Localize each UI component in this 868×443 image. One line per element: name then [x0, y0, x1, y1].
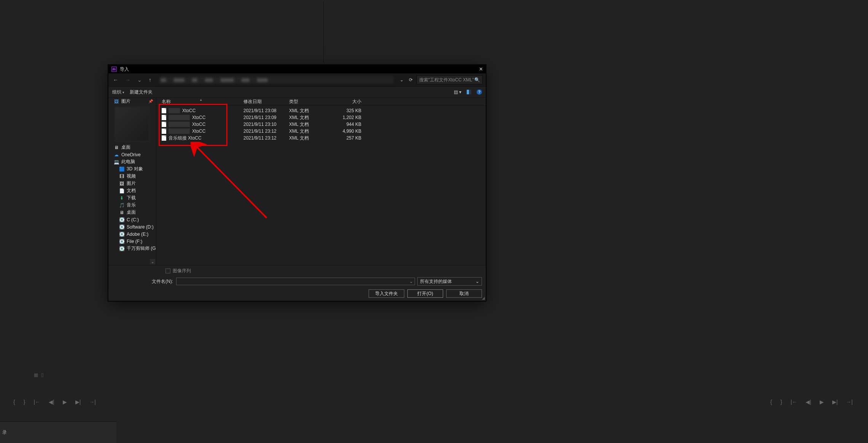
path-dropdown-icon[interactable]: ⌄ [400, 77, 404, 83]
recent-dropdown-icon[interactable]: ⌄ [136, 76, 143, 84]
column-date[interactable]: 修改日期 [243, 98, 289, 105]
column-size[interactable]: 大小 [327, 98, 367, 105]
search-icon[interactable]: 🔍 [474, 77, 480, 83]
filename-dropdown-icon[interactable]: ⌄ [409, 279, 413, 284]
file-row[interactable]: XtoCC2021/9/11 23:12XML 文档4,990 KB [156, 128, 486, 135]
up-button[interactable]: ↑ [147, 76, 153, 84]
view-mode-button[interactable]: ▤ ▾ [454, 89, 461, 95]
file-list[interactable]: XtoCC2021/9/11 23:08XML 文档325 KB XtoCC20… [156, 106, 486, 265]
sidebar-item[interactable]: 💽千万剪辑师 (G:) [108, 245, 156, 252]
sidebar-item[interactable]: 📄文档 [108, 187, 156, 194]
transport-controls-left: { } |← ◀| ▶ ▶| →| [13, 399, 96, 405]
file-name-cell: XtoCC [156, 122, 243, 127]
resize-grip-icon[interactable]: ◢ [482, 296, 485, 300]
forward-button[interactable]: → [124, 76, 132, 84]
file-size-cell: 944 KB [327, 122, 367, 127]
sidebar-item-label: C (C:) [127, 217, 139, 222]
search-input[interactable]: 搜索"工程文件XtoCC XML" 🔍 [417, 75, 483, 84]
sidebar-item[interactable]: 🟦3D 对象 [108, 165, 156, 173]
play-button[interactable]: ▶ [63, 399, 67, 405]
sidebar-item[interactable]: 💽Software (D:) [108, 223, 156, 230]
sidebar-item-label: 此电脑 [121, 159, 135, 165]
sidebar-item-pictures-pinned[interactable]: 🖼 图片 📌 [108, 98, 156, 105]
sidebar-item-label: 图片 [127, 180, 136, 187]
go-to-in-button[interactable]: |← [790, 399, 797, 405]
sidebar-navigation[interactable]: 🖼 图片 📌 🖥桌面☁OneDrive💻此电脑🟦3D 对象🎞视频🖼图片📄文档⬇下… [108, 98, 156, 265]
sidebar-item-icon: 💽 [119, 217, 124, 222]
sidebar-item[interactable]: 🎵音乐 [108, 202, 156, 209]
sidebar-item[interactable]: 💽C (C:) [108, 216, 156, 223]
sidebar-scroll-down[interactable]: ⌄ [150, 259, 155, 264]
file-row[interactable]: XtoCC2021/9/11 23:08XML 文档325 KB [156, 107, 486, 114]
file-icon [162, 115, 166, 120]
panel-divider [323, 1, 324, 63]
path-breadcrumb[interactable]: ▮▮▮▮▮▮▮▮▮▮▮▮▮▮▮▮▮▮▮▮▮▮▮ [158, 75, 394, 84]
column-label: 名称 [162, 99, 171, 104]
sidebar-item-label: 文档 [127, 187, 136, 194]
sidebar-item-label: 图片 [121, 98, 130, 105]
dialog-titlebar: Pr 导入 × [108, 65, 486, 73]
file-row[interactable]: XtoCC2021/9/11 23:09XML 文档1,202 KB [156, 114, 486, 121]
sidebar-item[interactable]: 🎞视频 [108, 173, 156, 180]
file-name-cell: 音乐组接 XtoCC [156, 135, 243, 141]
sidebar-item-icon: 💽 [119, 246, 124, 251]
dialog-bottom-panel: 图像序列 文件名(N): ⌄ 所有支持的媒体 ⌄ 导入文件夹 打开(O) 取消 … [108, 265, 486, 301]
refresh-button[interactable]: ⟳ [409, 77, 413, 83]
play-button[interactable]: ▶ [820, 399, 824, 405]
sidebar-item-label: 下载 [127, 195, 136, 201]
sidebar-item[interactable]: 💽Adobe (E:) [108, 230, 156, 238]
open-button[interactable]: 打开(O) [407, 289, 443, 298]
sidebar-item-icon: 💽 [119, 239, 124, 244]
import-folder-button[interactable]: 导入文件夹 [369, 289, 404, 298]
file-type-filter[interactable]: 所有支持的媒体 ⌄ [417, 277, 482, 286]
sidebar-item-icon: 🖼 [119, 181, 124, 186]
sidebar-item[interactable]: 💻此电脑 [108, 158, 156, 165]
step-forward-button[interactable]: ▶| [832, 399, 838, 405]
mark-in-button[interactable]: { [13, 399, 15, 405]
preview-pane-button[interactable] [467, 90, 471, 94]
dialog-title: 导入 [120, 66, 129, 73]
sidebar-item[interactable]: 🖥桌面 [108, 144, 156, 151]
sidebar-item[interactable]: ⬇下载 [108, 194, 156, 202]
file-type-cell: XML 文档 [289, 121, 327, 128]
file-icon [162, 122, 166, 127]
app-background: ▦ ▯ { } |← ◀| ▶ ▶| →| { } |← ◀| ▶ ▶| →| … [0, 0, 868, 443]
sidebar-item-label: 3D 对象 [127, 166, 143, 172]
marker-icon[interactable]: ▯ [41, 372, 44, 378]
file-row[interactable]: 音乐组接 XtoCC2021/9/11 23:12XML 文档257 KB [156, 135, 486, 141]
marker-icon[interactable]: ▦ [34, 372, 38, 378]
mark-out-button[interactable]: } [24, 399, 25, 405]
filename-input[interactable]: ⌄ [176, 278, 415, 285]
sidebar-item-icon: 📄 [119, 188, 124, 194]
sidebar-item[interactable]: ☁OneDrive [108, 151, 156, 158]
sidebar-item[interactable]: 🖼图片 [108, 180, 156, 187]
sidebar-item[interactable]: 🖥桌面 [108, 209, 156, 216]
sidebar-item-icon: 🖥 [114, 145, 119, 150]
organize-menu[interactable]: 组织 [112, 89, 124, 95]
mark-in-button[interactable]: { [770, 399, 772, 405]
cancel-button[interactable]: 取消 [446, 289, 482, 298]
go-to-in-button[interactable]: |← [33, 399, 40, 405]
go-to-out-button[interactable]: →| [846, 399, 853, 405]
step-back-button[interactable]: ◀| [806, 399, 811, 405]
back-button[interactable]: ← [111, 76, 120, 84]
sidebar-item-icon: 💽 [119, 232, 124, 237]
go-to-out-button[interactable]: →| [89, 399, 96, 405]
sidebar-item[interactable]: 💽File (F:) [108, 238, 156, 245]
filename-label: 文件名(N): [112, 278, 174, 285]
step-forward-button[interactable]: ▶| [75, 399, 81, 405]
step-back-button[interactable]: ◀| [49, 399, 54, 405]
new-folder-button[interactable]: 新建文件夹 [130, 89, 153, 95]
file-name-redacted [169, 115, 190, 120]
file-type-cell: XML 文档 [289, 114, 327, 121]
file-name-suffix: XtoCC [192, 115, 205, 120]
help-button[interactable]: ? [477, 89, 482, 95]
column-name[interactable]: ▴ 名称 [156, 98, 243, 105]
image-sequence-checkbox[interactable] [165, 268, 170, 273]
file-row[interactable]: XtoCC2021/9/11 23:10XML 文档944 KB [156, 121, 486, 128]
column-type[interactable]: 类型 [289, 98, 327, 105]
close-button[interactable]: × [479, 66, 483, 73]
sidebar-item-label: Adobe (E:) [127, 232, 148, 237]
mark-out-button[interactable]: } [781, 399, 782, 405]
file-name: 音乐组接 XtoCC [169, 135, 202, 141]
